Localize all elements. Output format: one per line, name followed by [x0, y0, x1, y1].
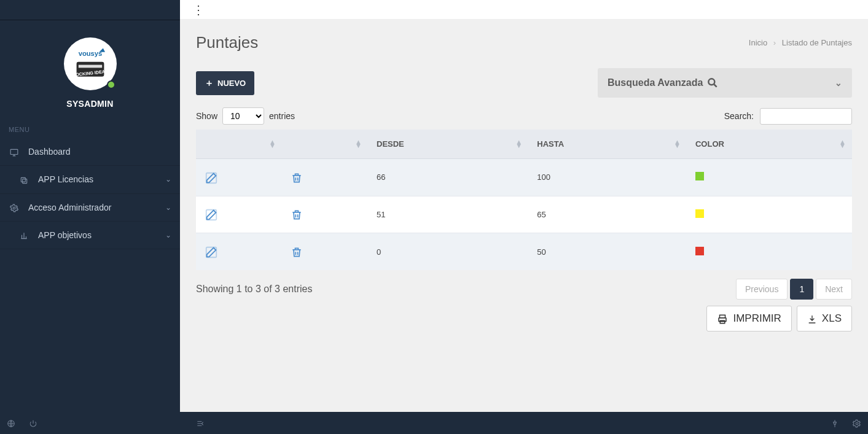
col-hasta[interactable]: HASTA ▲▼ [528, 130, 687, 159]
pager-page-1[interactable]: 1 [790, 279, 813, 300]
profile-name: SYSADMIN [6, 99, 174, 109]
sort-icon: ▲▼ [839, 140, 846, 148]
plus-icon: ＋ [205, 77, 214, 89]
avatar: vousys ROCKING IDEAS [64, 37, 117, 90]
monitor-icon [9, 147, 20, 157]
pager-prev[interactable]: Previous [736, 279, 788, 300]
trash-icon[interactable] [291, 244, 303, 258]
page-header: Puntajes Inicio › Listado de Puntajes [196, 33, 852, 52]
sidebar-item-label: Acceso Administrador [28, 203, 111, 212]
breadcrumb: Inicio › Listado de Puntajes [749, 38, 852, 47]
download-icon [807, 312, 817, 325]
chevron-down-icon: ⌄ [165, 175, 171, 184]
col-desde[interactable]: DESDE ▲▼ [368, 130, 528, 159]
pin-icon[interactable] [824, 418, 846, 428]
edit-icon[interactable] [205, 207, 218, 221]
col-label: COLOR [695, 139, 724, 149]
sidebar-item-licencias[interactable]: APP Licencias ⌄ [0, 166, 180, 193]
color-swatch [695, 247, 704, 255]
chevron-down-icon: ⌄ [165, 231, 171, 239]
collapse-sidebar-icon[interactable] [189, 418, 211, 428]
cell-desde: 0 [368, 233, 528, 270]
copy-icon [18, 174, 29, 184]
edit-icon[interactable] [205, 170, 218, 184]
sort-icon: ▲▼ [355, 140, 362, 148]
pager-next[interactable]: Next [816, 279, 852, 300]
sidebar-item-label: APP objetivos [38, 230, 92, 240]
sidebar: vousys ROCKING IDEAS SYSADMIN MENU Dashb… [0, 20, 180, 412]
action-row: ＋ NUEVO Busqueda Avanzada ⌄ [196, 68, 852, 98]
cell-hasta: 100 [528, 159, 687, 196]
cell-desde: 66 [368, 159, 528, 196]
globe-icon[interactable] [0, 418, 22, 428]
main-content: Puntajes Inicio › Listado de Puntajes ＋ … [180, 20, 868, 412]
print-icon [717, 312, 728, 325]
svg-point-9 [709, 79, 715, 85]
advanced-search-toggle[interactable]: Busqueda Avanzada ⌄ [598, 68, 852, 98]
entries-label: entries [269, 111, 295, 121]
svg-rect-7 [21, 177, 25, 182]
print-label: IMPRIMIR [733, 312, 781, 325]
top-strip-sidebar-gap [0, 0, 180, 20]
power-icon[interactable] [22, 418, 44, 428]
sidebar-item-objetivos[interactable]: APP objetivos ⌄ [0, 222, 180, 249]
sort-icon: ▲▼ [515, 140, 522, 148]
status-online-icon [107, 80, 115, 89]
col-edit[interactable]: ▲▼ [196, 130, 282, 159]
top-strip: ⋮ [0, 0, 868, 20]
data-table: ▲▼ ▲▼ DESDE ▲▼ HASTA ▲▼ COL [196, 130, 852, 270]
sidebar-item-label: Dashboard [28, 147, 71, 157]
page-size-select[interactable]: 10 [222, 107, 264, 125]
table-footer: Showing 1 to 3 of 3 entries Previous 1 N… [196, 279, 852, 300]
bottom-bar [0, 412, 868, 434]
cell-desde: 51 [368, 196, 528, 233]
svg-point-8 [13, 207, 15, 209]
svg-rect-2 [78, 65, 101, 68]
cell-hasta: 65 [528, 196, 687, 233]
table-row: 0 50 [196, 233, 852, 270]
table-info-text: Showing 1 to 3 of 3 entries [196, 284, 312, 295]
avatar-logo-icon: vousys ROCKING IDEAS [66, 39, 115, 88]
svg-rect-6 [23, 179, 27, 183]
breadcrumb-separator-icon: › [773, 38, 776, 47]
trash-icon[interactable] [291, 170, 303, 184]
profile-block: vousys ROCKING IDEAS SYSADMIN [0, 20, 180, 120]
chevron-down-icon: ⌄ [165, 203, 171, 212]
col-label: DESDE [377, 139, 404, 149]
col-color[interactable]: COLOR ▲▼ [687, 130, 852, 159]
sidebar-item-dashboard[interactable]: Dashboard [0, 138, 180, 166]
table-row: 51 65 [196, 196, 852, 233]
search-input[interactable] [760, 108, 852, 125]
svg-rect-5 [10, 150, 18, 155]
trash-icon[interactable] [291, 207, 303, 221]
svg-text:vousys: vousys [78, 50, 102, 57]
breadcrumb-root[interactable]: Inicio [749, 38, 767, 47]
sidebar-item-acceso[interactable]: Acceso Administrador ⌄ [0, 194, 180, 222]
export-row: IMPRIMIR XLS [196, 306, 852, 331]
search-icon [706, 77, 719, 89]
table-row: 66 100 [196, 159, 852, 196]
table-body: 66 100 51 65 [196, 159, 852, 271]
search-label: Search: [724, 111, 754, 121]
top-toolbar: ⋮ [180, 0, 868, 20]
page-title: Puntajes [196, 33, 258, 52]
col-delete[interactable]: ▲▼ [282, 130, 368, 159]
sort-icon: ▲▼ [269, 140, 276, 148]
new-button[interactable]: ＋ NUEVO [196, 71, 254, 95]
breadcrumb-current: Listado de Puntajes [782, 38, 852, 47]
sidebar-item-label: APP Licencias [38, 174, 93, 184]
xls-button[interactable]: XLS [797, 306, 852, 331]
settings-gear-icon[interactable] [846, 418, 868, 428]
menu-section-label: MENU [0, 120, 180, 138]
show-label: Show [196, 111, 217, 121]
color-swatch [695, 209, 704, 218]
edit-icon[interactable] [205, 244, 218, 258]
chart-icon [18, 230, 29, 240]
gear-icon [9, 203, 20, 212]
print-button[interactable]: IMPRIMIR [706, 306, 791, 331]
menu-kebab-icon[interactable]: ⋮ [192, 4, 205, 16]
sidebar-nav: Dashboard APP Licencias ⌄ Acceso Adminis… [0, 138, 180, 249]
chevron-down-icon: ⌄ [835, 78, 842, 88]
cell-hasta: 50 [528, 233, 687, 270]
new-button-label: NUEVO [217, 79, 246, 88]
